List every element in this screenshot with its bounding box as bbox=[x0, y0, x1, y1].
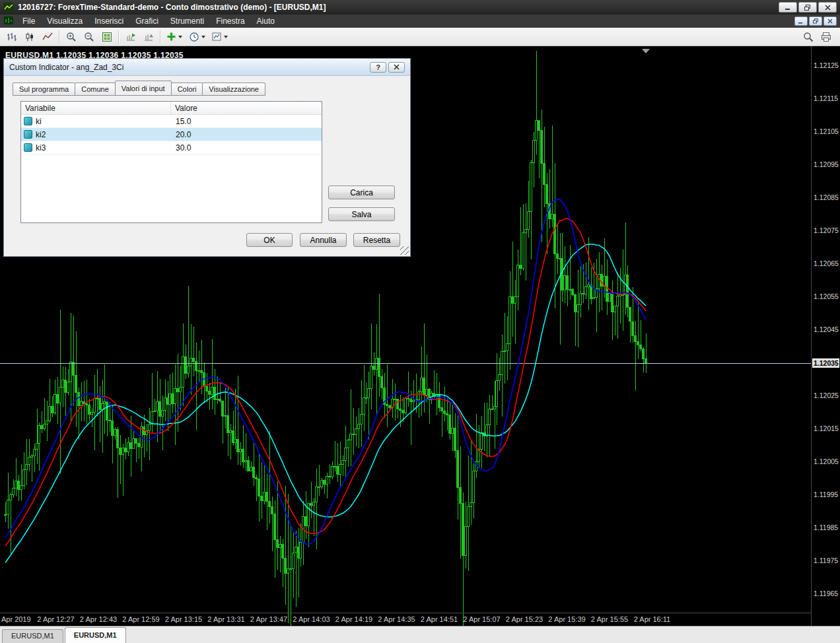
chevron-down-icon bbox=[201, 36, 205, 38]
input-values-table: Variabile Valore ki 15.0 ki2 20.0 ki3 30… bbox=[20, 101, 322, 223]
variable-name: ki3 bbox=[36, 143, 46, 152]
menu-inserisci[interactable]: Inserisci bbox=[88, 15, 129, 27]
zoom-in-icon[interactable] bbox=[62, 29, 80, 45]
chart-window-icon bbox=[4, 17, 13, 26]
print-icon[interactable] bbox=[817, 29, 835, 45]
tab-comune[interactable]: Comune bbox=[75, 83, 116, 96]
table-header[interactable]: Variabile Valore bbox=[21, 102, 322, 115]
chart-tab-eurusd-2[interactable]: EURUSD,M1 bbox=[65, 627, 126, 643]
menu-aiuto[interactable]: Aiuto bbox=[251, 15, 281, 27]
bar-chart-icon[interactable] bbox=[3, 29, 20, 45]
toolbar-separator bbox=[118, 30, 119, 44]
save-button[interactable]: Salva bbox=[328, 207, 395, 221]
toolbar-separator bbox=[160, 30, 160, 44]
candlestick-chart-icon[interactable] bbox=[20, 29, 38, 45]
time-axis-label: 2 Apr 15:07 bbox=[463, 615, 500, 623]
dialog-titlebar[interactable]: Custom Indicator - ang_Zad_3Ci ? bbox=[4, 59, 410, 76]
tab-colori[interactable]: Colori bbox=[171, 83, 203, 96]
indicators-icon[interactable] bbox=[163, 29, 186, 45]
mdi-minimize-button[interactable] bbox=[794, 17, 808, 26]
close-button[interactable] bbox=[818, 2, 837, 13]
line-chart-icon[interactable] bbox=[38, 29, 56, 45]
tab-valori-di-input[interactable]: Valori di input bbox=[115, 81, 172, 96]
search-icon[interactable] bbox=[799, 29, 817, 45]
menu-visualizza[interactable]: Visualizza bbox=[41, 15, 88, 27]
time-axis-label: 2 Apr 13:31 bbox=[207, 615, 244, 623]
time-axis-label: 2 Apr 13:47 bbox=[250, 615, 287, 623]
price-axis-label: 1.12055 bbox=[814, 292, 839, 300]
tile-windows-icon[interactable] bbox=[98, 29, 116, 45]
chart-tab-eurusd-1[interactable]: EURUSD,M1 bbox=[2, 629, 63, 643]
time-axis-label: 2 Apr 15:39 bbox=[548, 615, 585, 623]
menu-finestra[interactable]: Finestra bbox=[210, 15, 250, 27]
toolbar-separator bbox=[59, 30, 59, 44]
chart-shift-icon[interactable] bbox=[139, 29, 157, 45]
mdi-close-button[interactable] bbox=[823, 17, 837, 26]
custom-indicator-dialog: Custom Indicator - ang_Zad_3Ci ? Sul pro… bbox=[3, 58, 411, 257]
mdi-restore-button[interactable] bbox=[809, 17, 822, 26]
price-axis-label: 1.12045 bbox=[814, 325, 839, 333]
table-row[interactable]: ki3 30.0 bbox=[21, 141, 322, 154]
chart-shift-marker bbox=[642, 49, 650, 53]
dialog-help-button[interactable]: ? bbox=[370, 62, 386, 73]
time-axis-label: 2 Apr 14:03 bbox=[293, 615, 330, 623]
time-axis-label: 2 Apr 14:51 bbox=[421, 615, 458, 623]
menu-grafici[interactable]: Grafici bbox=[129, 15, 164, 27]
price-axis-label: 1.12085 bbox=[814, 193, 839, 201]
price-axis-label: 1.12095 bbox=[814, 160, 839, 168]
price-axis-label: 1.11975 bbox=[814, 557, 838, 564]
ok-button[interactable]: OK bbox=[246, 233, 293, 247]
variable-name: ki bbox=[36, 117, 42, 126]
table-row[interactable]: ki2 20.0 bbox=[21, 128, 322, 141]
price-axis-label: 1.12125 bbox=[814, 61, 839, 69]
auto-scroll-icon[interactable] bbox=[122, 29, 139, 45]
variable-value[interactable]: 15.0 bbox=[171, 117, 322, 126]
current-price-tag: 1.12035 bbox=[812, 358, 839, 368]
variable-name: ki2 bbox=[36, 130, 46, 139]
column-header-valore[interactable]: Valore bbox=[171, 102, 322, 114]
chart-tabbar: EURUSD,M1 EURUSD,M1 bbox=[0, 626, 840, 643]
price-axis-label: 1.11965 bbox=[814, 590, 838, 597]
price-axis-label: 1.12105 bbox=[814, 127, 839, 135]
variable-value[interactable]: 30.0 bbox=[171, 143, 322, 152]
menu-strumenti[interactable]: Strumenti bbox=[164, 15, 210, 27]
minimize-button[interactable] bbox=[779, 2, 797, 13]
cancel-button[interactable]: Annulla bbox=[300, 233, 347, 247]
zoom-out-icon[interactable] bbox=[80, 29, 98, 45]
resize-grip[interactable] bbox=[400, 246, 409, 255]
periods-icon[interactable] bbox=[186, 29, 208, 45]
tab-visualizzazione[interactable]: Visualizzazione bbox=[202, 83, 265, 96]
toolbar bbox=[0, 28, 840, 46]
table-row[interactable]: ki 15.0 bbox=[21, 115, 322, 128]
load-button[interactable]: Carica bbox=[328, 186, 395, 199]
window-title: 12016727: ForexTime-Standard-demo - Cont… bbox=[18, 3, 779, 12]
app-icon bbox=[3, 3, 14, 12]
toolbar-right-group bbox=[799, 29, 835, 45]
time-axis-label: 2 Apr 2019 bbox=[0, 615, 31, 623]
templates-icon[interactable] bbox=[208, 29, 230, 45]
price-axis-label: 1.11995 bbox=[814, 491, 838, 498]
reset-button[interactable]: Resetta bbox=[353, 233, 400, 247]
chevron-down-icon bbox=[178, 36, 182, 38]
maximize-button[interactable] bbox=[798, 2, 817, 13]
dialog-title: Custom Indicator - ang_Zad_3Ci bbox=[9, 63, 368, 72]
price-axis-label: 1.12115 bbox=[814, 94, 838, 102]
variable-value[interactable]: 20.0 bbox=[171, 130, 322, 139]
variable-type-icon bbox=[24, 143, 32, 152]
dialog-body: Sul programma Comune Valori di input Col… bbox=[4, 76, 410, 256]
tab-sul-programma[interactable]: Sul programma bbox=[13, 83, 75, 96]
mdi-window-controls bbox=[794, 17, 837, 26]
price-axis[interactable]: 1.121251.121151.121051.120951.120851.120… bbox=[811, 46, 840, 626]
time-axis-label: 2 Apr 16:11 bbox=[634, 615, 670, 623]
titlebar[interactable]: 12016727: ForexTime-Standard-demo - Cont… bbox=[0, 0, 840, 15]
price-axis-label: 1.12005 bbox=[814, 457, 839, 465]
time-axis-label: 2 Apr 12:43 bbox=[80, 615, 117, 623]
price-axis-label: 1.12065 bbox=[814, 259, 839, 267]
menubar: File Visualizza Inserisci Grafici Strume… bbox=[0, 15, 840, 28]
time-axis-label: 2 Apr 12:27 bbox=[37, 615, 74, 623]
dialog-close-button[interactable] bbox=[388, 62, 405, 73]
menu-file[interactable]: File bbox=[17, 15, 41, 27]
variable-type-icon bbox=[24, 117, 32, 125]
price-axis-label: 1.12075 bbox=[814, 226, 839, 234]
column-header-variabile[interactable]: Variabile bbox=[21, 102, 171, 114]
